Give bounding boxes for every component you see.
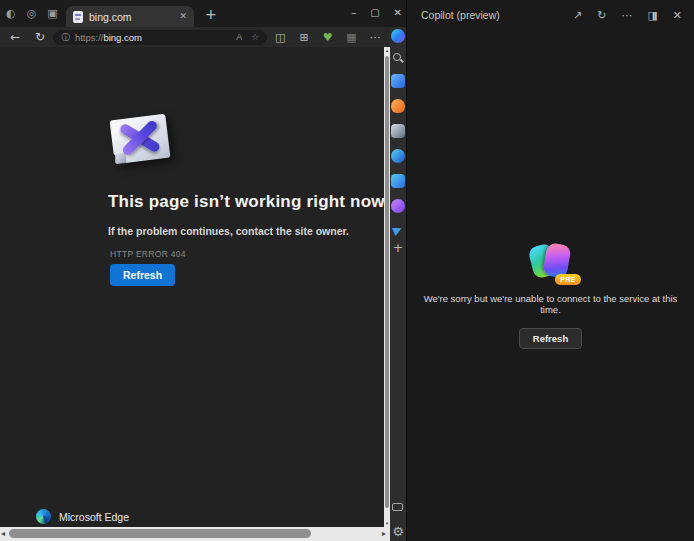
url-scheme: https:// (75, 32, 104, 43)
tab-close-icon[interactable]: ✕ (179, 12, 187, 21)
extensions-icon[interactable]: ▦ (341, 32, 363, 43)
panel-dock-icon[interactable]: ◨ (647, 10, 657, 21)
edge-sidebar-strip: ▶ + ⚙ (390, 27, 406, 541)
monitor-shape (392, 503, 403, 511)
copilot-panel-header: Copilot (preview) ↗ ↻ ⋯ ◨ ✕ (407, 0, 694, 30)
panel-refresh-icon[interactable]: ↻ (597, 10, 606, 21)
url-host: bing.com (103, 32, 142, 43)
page-refresh-button[interactable]: Refresh (110, 264, 175, 286)
error-code: HTTP ERROR 404 (110, 249, 186, 259)
horizontal-scroll-thumb[interactable] (9, 529, 311, 538)
back-icon[interactable]: ← (4, 31, 27, 43)
sidebar-games-icon[interactable] (391, 199, 405, 213)
error-subtitle: If the problem continues, contact the si… (108, 225, 349, 237)
tab-bing[interactable]: bing.com ✕ (66, 6, 194, 27)
page-favicon (73, 11, 83, 23)
vertical-tabs-icon[interactable]: ◐ (0, 8, 21, 19)
read-aloud-icon[interactable]: A (236, 32, 242, 42)
search-handle (400, 59, 404, 63)
favorites-star-icon[interactable]: ☆ (251, 33, 259, 42)
tab-bar: ◐ ◎ ▣ bing.com ✕ + – ▢ ✕ (0, 0, 406, 27)
broken-page-illustration (110, 114, 171, 164)
settings-more-icon[interactable]: ⋯ (364, 32, 386, 43)
scroll-right-icon[interactable]: ▸ (382, 530, 386, 538)
panel-close-icon[interactable]: ✕ (673, 10, 682, 21)
sidebar-shopping-icon[interactable] (391, 74, 405, 88)
window-controls: – ▢ ✕ (351, 0, 402, 26)
copilot-error-block: PRE We're sorry but we're unable to conn… (407, 242, 694, 349)
sidebar-copilot-icon[interactable] (391, 29, 405, 43)
sidebar-tools-icon[interactable] (391, 124, 405, 138)
maximize-button[interactable]: ▢ (370, 8, 379, 18)
sidebar-settings-gear-icon[interactable]: ⚙ (391, 525, 405, 539)
error-title: This page isn’t working right now (108, 192, 385, 212)
edge-window: ◐ ◎ ▣ bing.com ✕ + – ▢ ✕ ← ↻ ⓘ https://b… (0, 0, 694, 541)
edge-brand-label: Microsoft Edge (59, 511, 129, 523)
copilot-error-message: We're sorry but we're unable to connect … (419, 293, 683, 315)
preview-badge: PRE (555, 274, 580, 285)
horizontal-scrollbar[interactable]: ◂ ▸ (0, 527, 390, 541)
reload-icon[interactable]: ↻ (29, 31, 52, 43)
window-close-button[interactable]: ✕ (394, 8, 402, 18)
collections-icon[interactable]: ⊞ (293, 32, 315, 43)
tab-group-icon[interactable]: ▣ (42, 8, 63, 19)
browser-essentials-icon[interactable]: ♥ (317, 32, 339, 43)
split-screen-icon[interactable]: ◫ (269, 32, 291, 43)
sidebar-drop-icon[interactable]: ▶ (389, 222, 408, 241)
copilot-logo: PRE (529, 242, 573, 282)
navigation-toolbar: ← ↻ ⓘ https://bing.com A ☆ ◫ ⊞ ♥ ▦ ⋯ (0, 27, 390, 47)
panel-more-icon[interactable]: ⋯ (621, 10, 632, 21)
sidebar-messaging-icon[interactable] (391, 174, 405, 188)
site-info-icon[interactable]: ⓘ (61, 33, 70, 42)
vertical-scroll-thumb[interactable] (385, 56, 389, 508)
minimize-button[interactable]: – (351, 8, 356, 18)
edge-logo-icon (36, 509, 51, 524)
copilot-refresh-button[interactable]: Refresh (519, 328, 582, 349)
edge-branding: Microsoft Edge (36, 509, 129, 524)
sidebar-devices-icon[interactable] (391, 501, 405, 515)
copilot-panel: Copilot (preview) ↗ ↻ ⋯ ◨ ✕ PRE We're so… (406, 0, 694, 541)
sidebar-search-icon[interactable] (391, 51, 405, 65)
tab-title: bing.com (89, 11, 173, 23)
copilot-panel-title: Copilot (preview) (421, 9, 558, 21)
new-tab-button[interactable]: + (205, 7, 217, 21)
sidebar-rewards-icon[interactable] (391, 99, 405, 113)
scroll-left-icon[interactable]: ◂ (1, 530, 5, 538)
address-bar[interactable]: ⓘ https://bing.com A ☆ (53, 30, 267, 45)
sidebar-outlook-icon[interactable] (391, 149, 405, 163)
url-text: https://bing.com (75, 32, 142, 43)
sidebar-add-icon[interactable]: + (391, 241, 405, 255)
open-in-window-icon[interactable]: ↗ (573, 10, 582, 21)
workspaces-icon[interactable]: ◎ (21, 8, 42, 19)
